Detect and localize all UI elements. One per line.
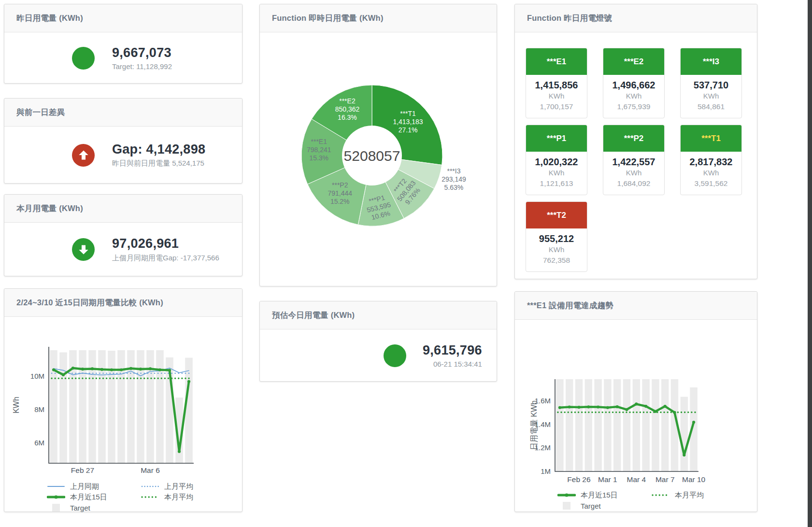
- panel-yesterday-lights: Function 昨日用電燈號 ***E1 1,415,856 KWh 1,70…: [514, 4, 757, 279]
- target-bar: [652, 379, 659, 471]
- panel-day-gap: 與前一日差異 Gap: 4,142,898 昨日與前日用電量 5,524,175: [4, 98, 242, 184]
- target-bar: [642, 379, 649, 471]
- comparison-chart-legend: 上月同期上月平均本月近15日本月平均Target: [47, 481, 242, 513]
- donut-label-I3: ***I3293,1495.63%: [442, 167, 466, 191]
- light-tile-value: 1,415,856: [527, 79, 586, 91]
- light-tile: ***I3 537,710 KWh 584,861: [680, 48, 742, 118]
- legend-item-本月近15日[interactable]: 本月近15日: [47, 493, 141, 502]
- panel-title: 預估今日用電量 (KWh): [272, 310, 355, 321]
- target-bar: [613, 379, 621, 471]
- stat-text: 9,667,073 Target: 11,128,992: [112, 45, 172, 71]
- light-tile-label: ***P1: [547, 134, 567, 143]
- light-tile-unit: KWh: [527, 168, 586, 178]
- panel-title: ***E1 設備用電達成趨勢: [527, 300, 613, 311]
- light-tile-target: 1,121,613: [527, 178, 586, 189]
- donut-chart: 5208057***T11,413,18327.1%***I3293,1495.…: [260, 32, 497, 286]
- light-tile-target: 584,861: [682, 101, 741, 112]
- light-tile-label: ***I3: [703, 57, 719, 67]
- stat-row: 9,667,073 Target: 11,128,992: [4, 32, 242, 84]
- light-tile-value: 955,212: [527, 233, 586, 244]
- light-tile-body: 537,710 KWh 584,861: [681, 75, 741, 118]
- svg-text:Mar 6: Mar 6: [141, 466, 160, 474]
- light-tile-target: 762,358: [527, 255, 586, 266]
- stat-subtitle: 昨日與前日用電量 5,524,175: [112, 159, 205, 168]
- light-tile-value: 2,817,832: [682, 156, 741, 168]
- svg-text:KWh: KWh: [12, 397, 20, 413]
- light-tile: ***T1 2,817,832 KWh 3,591,562: [680, 125, 742, 195]
- light-tile-header: ***E2: [603, 48, 664, 75]
- panel-header: 預估今日用電量 (KWh): [260, 301, 497, 329]
- light-tile-target: 1,700,157: [527, 101, 586, 112]
- light-tile-value: 1,020,322: [527, 156, 586, 168]
- target-bar: [681, 397, 688, 471]
- stat-subtitle: 上個月同期用電Gap: -17,377,566: [112, 254, 219, 263]
- stat-row: 9,615,796 06-21 15:34:41: [260, 329, 497, 382]
- stat-text: Gap: 4,142,898 昨日與前日用電量 5,524,175: [112, 142, 205, 168]
- panel-header: 與前一日差異: [4, 99, 242, 127]
- svg-text:6M: 6M: [34, 439, 44, 447]
- stat-text: 9,615,796 06-21 15:34:41: [423, 343, 482, 368]
- legend-item-本月近15日[interactable]: 本月近15日: [557, 491, 652, 500]
- light-tile-label: ***E2: [624, 57, 644, 67]
- light-tile-header: ***P2: [603, 125, 664, 152]
- panel-title: 昨日用電量 (KWh): [16, 13, 83, 24]
- light-tile-header: ***I3: [681, 48, 741, 75]
- stat-subtitle: Target: 11,128,992: [112, 62, 172, 71]
- light-tile-target: 3,591,562: [682, 178, 741, 189]
- target-bar: [566, 379, 573, 471]
- panel-15day-comparison: 2/24~3/10 近15日同期用電量比較 (KWh) 6M8M10MFeb 2…: [4, 288, 242, 512]
- panel-title: Function 即時日用電量 (KWh): [272, 13, 384, 24]
- arrow-down-icon: [72, 238, 95, 261]
- stat-value: Gap: 4,142,898: [112, 142, 205, 157]
- light-tile-label: ***E1: [547, 57, 567, 67]
- target-bar: [50, 350, 57, 463]
- svg-text:Mar 7: Mar 7: [655, 475, 675, 484]
- legend-item-Target[interactable]: Target: [557, 502, 652, 510]
- light-tile: ***P1 1,020,322 KWh 1,121,613: [526, 125, 587, 195]
- panel-header: 2/24~3/10 近15日同期用電量比較 (KWh): [4, 289, 242, 317]
- legend-item-本月平均[interactable]: 本月平均: [141, 493, 235, 502]
- target-bar: [623, 379, 630, 471]
- stat-value: 9,667,073: [112, 45, 172, 60]
- panel-title: 與前一日差異: [16, 107, 65, 118]
- light-tile-header: ***E1: [526, 48, 587, 75]
- light-tile-label: ***T1: [701, 134, 721, 143]
- target-bar: [661, 379, 669, 471]
- panel-header: ***E1 設備用電達成趨勢: [515, 292, 757, 320]
- panel-e1-trend: ***E1 設備用電達成趨勢 1M1.2M1.4M1.6MFeb 26Mar 1…: [514, 291, 757, 512]
- svg-text:Feb 27: Feb 27: [71, 466, 94, 474]
- panel-title: 本月用電量 (KWh): [16, 203, 83, 214]
- light-tile-value: 537,710: [682, 79, 741, 91]
- light-tile-unit: KWh: [682, 168, 741, 178]
- light-tile-value: 1,496,662: [604, 79, 663, 91]
- stat-subtitle: 06-21 15:34:41: [423, 360, 482, 368]
- scrollbar[interactable]: [808, 0, 812, 527]
- light-tile-unit: KWh: [604, 168, 663, 178]
- panel-title: Function 昨日用電燈號: [527, 13, 612, 24]
- light-tile-body: 1,496,662 KWh 1,675,939: [603, 75, 664, 118]
- light-tile-label: ***T2: [547, 211, 566, 220]
- stat-value: 97,026,961: [112, 236, 219, 251]
- legend-item-Target[interactable]: Target: [47, 504, 141, 512]
- svg-text:Mar 10: Mar 10: [682, 475, 706, 484]
- target-bar: [594, 379, 601, 471]
- target-bar: [556, 379, 563, 471]
- stat-text: 97,026,961 上個月同期用電Gap: -17,377,566: [112, 236, 219, 262]
- target-bar: [98, 350, 106, 463]
- legend-item-上月同期[interactable]: 上月同期: [47, 482, 141, 491]
- light-tile: ***P2 1,422,557 KWh 1,684,092: [603, 125, 665, 195]
- target-bar: [137, 350, 144, 463]
- svg-text:Feb 26: Feb 26: [567, 475, 590, 484]
- svg-text:Mar 1: Mar 1: [598, 475, 617, 484]
- target-bar: [585, 379, 592, 471]
- arrow-up-icon: [72, 144, 95, 167]
- donut-center-total: 5208057: [344, 148, 400, 164]
- light-tile-header: ***T2: [526, 202, 587, 228]
- legend-item-本月平均[interactable]: 本月平均: [652, 491, 746, 500]
- light-tile: ***E2 1,496,662 KWh 1,675,939: [603, 48, 665, 118]
- trend-chart: 1M1.2M1.4M1.6MFeb 26Mar 1Mar 4Mar 7Mar 1…: [515, 320, 757, 486]
- light-tile-header: ***T1: [681, 125, 741, 152]
- light-tile: ***T2 955,212 KWh 762,358: [526, 201, 587, 272]
- legend-item-上月平均[interactable]: 上月平均: [141, 482, 235, 491]
- panel-realtime-donut: Function 即時日用電量 (KWh) 5208057***T11,413,…: [259, 4, 497, 286]
